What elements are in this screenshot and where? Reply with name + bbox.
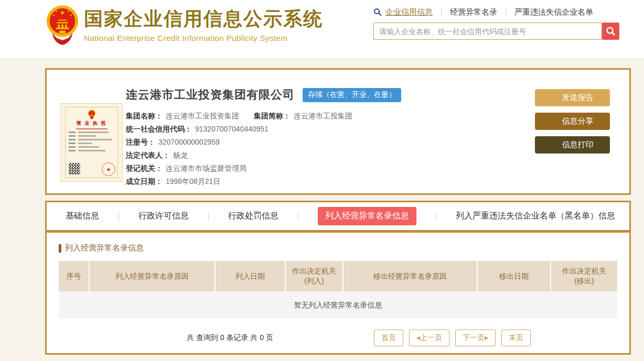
field-registration-authority: 登记机关：连云港市市场监督管理局 xyxy=(126,162,401,175)
status-badge: 存续（在营、开业、在册） xyxy=(303,88,401,102)
company-fields: 集团名称：连云港市工业投资集团集团简称：连云港市工投集团 统一社会信用代码：91… xyxy=(126,110,401,188)
svg-text:★: ★ xyxy=(55,9,58,13)
company-summary-card: ★ 营 业 执 照 ★ 连云港市工业投资集团有限公司 存续（在营、开业、在册） … xyxy=(45,68,631,195)
detail-card: 基础信息 行政许可信息 行政处罚信息 列入经营异常名录信息 列入严重违法失信企业… xyxy=(45,201,631,355)
search-icon xyxy=(373,8,382,16)
tab-basic-info[interactable]: 基础信息 xyxy=(66,211,99,222)
tab-administrative-penalty[interactable]: 行政处罚信息 xyxy=(228,211,278,222)
svg-text:★: ★ xyxy=(70,14,72,17)
nav-separator xyxy=(441,8,442,16)
tab-separator xyxy=(298,212,298,221)
field-establishment-date: 成立日期：1998年08月21日 xyxy=(126,175,401,188)
tab-abnormal-operations[interactable]: 列入经营异常名录信息 xyxy=(318,207,416,225)
site-header: ★ ★ ★ ★ ★ 国家企业信用信息公示系统 National Enterpri… xyxy=(0,0,644,59)
section-title: 列入经营异常名录信息 xyxy=(59,243,617,253)
next-page-button[interactable]: 下一页▸ xyxy=(455,330,496,346)
license-red-seal: ★ xyxy=(102,162,115,176)
search-input[interactable] xyxy=(373,23,602,40)
prev-page-button[interactable]: ◂上一页 xyxy=(409,330,449,346)
nav-link-illegal-list[interactable]: 严重违法失信企业名单 xyxy=(514,7,593,17)
tab-administrative-license[interactable]: 行政许可信息 xyxy=(138,211,189,222)
license-title: 营 业 执 照 xyxy=(66,120,117,127)
nav-link-enterprise-credit[interactable]: 企业信用信息 xyxy=(385,7,433,17)
tab-separator xyxy=(208,212,209,221)
tab-serious-violations[interactable]: 列入严重违法失信企业名单（黑名单）信息 xyxy=(456,211,615,222)
col-header-remove-authority: 作出决定机关(移出) xyxy=(551,261,617,291)
action-buttons: 发送报告 信息分享 信息打印 xyxy=(535,89,610,160)
record-count-text: 共 查询到 0 条记录 共 0 页 xyxy=(187,333,273,343)
site-title-en: National Enterprise Credit Information P… xyxy=(84,34,323,43)
send-report-button[interactable]: 发送报告 xyxy=(535,89,610,106)
tab-bar: 基础信息 行政许可信息 行政处罚信息 列入经营异常名录信息 列入严重违法失信企业… xyxy=(47,202,629,230)
table-header-row: 序号 列入经营异常名录原因 列入日期 作出决定机关(列入) 移出经营异常名录原因… xyxy=(59,261,617,291)
license-emblem-icon: ★ xyxy=(88,109,96,119)
svg-text:★: ★ xyxy=(67,9,70,13)
nav-link-abnormal-list[interactable]: 经营异常名录 xyxy=(450,7,497,17)
col-header-list-date: 列入日期 xyxy=(216,261,286,291)
national-emblem-logo: ★ ★ ★ ★ ★ xyxy=(46,4,79,47)
col-header-remove-reason: 移出经营异常名录原因 xyxy=(344,261,478,291)
field-legal-representative: 法定代表人：杨龙 xyxy=(126,149,401,162)
print-info-button[interactable]: 信息打印 xyxy=(535,136,610,154)
svg-text:★: ★ xyxy=(52,14,55,17)
svg-text:★: ★ xyxy=(60,9,65,16)
field-credit-code: 统一社会信用代码：913207007040440951 xyxy=(126,123,401,136)
first-page-button[interactable]: 首页 xyxy=(374,330,403,346)
license-qr-code xyxy=(69,163,80,174)
business-license-image[interactable]: ★ 营 业 执 照 ★ xyxy=(60,103,123,182)
pagination: 共 查询到 0 条记录 共 0 页 首页 ◂上一页 下一页▸ 末页 xyxy=(59,330,617,346)
search-icon xyxy=(606,26,616,36)
section-title-bar xyxy=(59,244,61,253)
company-name: 连云港市工业投资集团有限公司 xyxy=(126,87,295,103)
nav-separator xyxy=(506,8,506,16)
col-header-list-reason: 列入经营异常名录原因 xyxy=(90,261,216,291)
header-nav: 企业信用信息 经营异常名录 严重违法失信企业名单 xyxy=(373,6,631,18)
last-page-button[interactable]: 末页 xyxy=(501,330,531,346)
col-header-list-authority: 作出决定机关(列入) xyxy=(286,261,344,291)
col-header-remove-date: 移出日期 xyxy=(478,261,551,291)
col-header-index: 序号 xyxy=(59,261,90,291)
field-registration-number: 注册号：320700000002959 xyxy=(126,136,401,149)
svg-text:★: ★ xyxy=(91,111,93,113)
tab-separator xyxy=(436,212,436,221)
site-title-cn: 国家企业信用信息公示系统 xyxy=(84,6,323,32)
tab-separator xyxy=(119,212,119,221)
field-group-name: 集团名称：连云港市工业投资集团集团简称：连云港市工投集团 xyxy=(126,110,401,123)
table-empty-state: 暂无列入经营异常名录信息 xyxy=(59,291,617,319)
search-button[interactable] xyxy=(602,23,619,40)
share-info-button[interactable]: 信息分享 xyxy=(535,113,610,130)
